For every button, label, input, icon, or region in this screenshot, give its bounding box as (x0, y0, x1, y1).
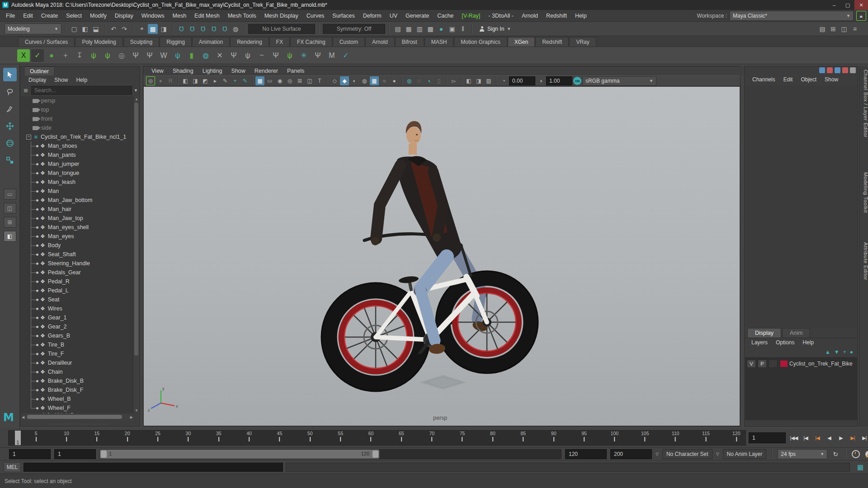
shelf-tab-redshift[interactable]: Redshift (535, 37, 569, 47)
workspace-select[interactable]: Maya Classic* ▼ (730, 11, 854, 21)
outliner-item-man_eyes[interactable]: ❖Man_eyes (21, 232, 134, 241)
pane-left-icon[interactable]: ◧ (464, 76, 473, 85)
menu-deform[interactable]: Deform (359, 10, 386, 21)
layer-move-up-icon[interactable]: ▲ (825, 349, 830, 355)
shelf-tab-custom[interactable]: Custom (333, 37, 365, 47)
outliner-menu-help[interactable]: Help (72, 77, 91, 83)
outliner-item-chain[interactable]: ❖Chain (21, 367, 134, 376)
viewport-menu-shading[interactable]: Shading (168, 68, 198, 74)
channel-box-menu-edit[interactable]: Edit (779, 76, 797, 83)
outliner-item-brake_disk_f[interactable]: ❖Brake_Disk_F (21, 385, 134, 394)
make-live-icon[interactable]: ◍ (231, 24, 241, 34)
pane-right-icon[interactable]: ◨ (474, 76, 483, 85)
four-pane-layout[interactable]: ⊞ (4, 217, 16, 228)
wireframe-icon[interactable]: ◇ (330, 76, 339, 85)
select-camera-icon[interactable]: ◧ (181, 76, 190, 85)
exposure-icon[interactable]: ◔ (499, 76, 508, 85)
safe-title-icon[interactable]: ◫ (305, 76, 314, 85)
xgen-region-brush-icon[interactable]: ▮ (185, 49, 198, 62)
viewport-menu-renderer[interactable]: Renderer (250, 68, 283, 74)
fps-select[interactable]: 24 fps ▼ (778, 449, 827, 459)
undo-icon[interactable]: ↶ (108, 24, 118, 34)
open-scene-icon[interactable]: ◧ (80, 24, 90, 34)
scrollbar-thumb[interactable] (27, 415, 122, 419)
contrast-icon[interactable]: ◑ (536, 76, 545, 85)
channel-speed-icon[interactable] (819, 67, 825, 73)
multisample-icon[interactable]: ◖ (425, 76, 434, 85)
outliner-item-group[interactable]: –✳Cyclist_on_Trek_Fat_Bike_ncl1_1 (21, 132, 134, 141)
hotbox-controls-icon[interactable]: ≡ (850, 24, 860, 34)
outliner-item-tire_b[interactable]: ❖Tire_B (21, 340, 134, 349)
grease-pencil-icon[interactable]: ✎ (221, 76, 230, 85)
menu-cache[interactable]: Cache (433, 10, 458, 21)
xgen-update-preview-icon[interactable]: ✓ (31, 49, 44, 62)
shelf-tab-rigging[interactable]: Rigging (160, 37, 192, 47)
shadows-icon[interactable]: ● (390, 76, 399, 85)
workspace-lock-icon[interactable]: 🔒︎ (856, 11, 866, 21)
scroll-left-icon[interactable]: ◀ (22, 415, 24, 419)
xgen-sculpt-layer-icon[interactable]: ✳ (297, 49, 310, 62)
shelf-tab-poly-modeling[interactable]: Poly Modeling (75, 37, 123, 47)
outliner-item-gear_1[interactable]: ❖Gear_1 (21, 313, 134, 322)
anim-layer-selector[interactable]: No Anim Layer (723, 449, 767, 459)
menu-mesh-display[interactable]: Mesh Display (260, 10, 302, 21)
use-all-lights-icon[interactable]: ◍ (360, 76, 369, 85)
menu-mesh-tools[interactable]: Mesh Tools (224, 10, 260, 21)
ipr-render-icon[interactable]: ▥ (415, 24, 425, 34)
paint-select-tool[interactable] (3, 102, 17, 116)
range-slider-track[interactable]: 1 120 (99, 449, 561, 459)
go-to-playback-start-button[interactable]: |◀◀ (788, 432, 799, 443)
move-tool[interactable] (3, 119, 17, 133)
outliner-item-derailleur[interactable]: ❖Derailleur (21, 358, 134, 367)
shelf-tab-rendering[interactable]: Rendering (230, 37, 269, 47)
channel-settings-icon[interactable] (850, 67, 856, 73)
shaded-icon[interactable]: ◆ (340, 76, 349, 85)
maximize-button[interactable]: ▢ (841, 0, 854, 10)
xgen-smooth-brush-icon[interactable]: Ψ (227, 49, 240, 62)
menu-edit-mesh[interactable]: Edit Mesh (190, 10, 224, 21)
snap-to-point-icon[interactable]: ℧ (198, 24, 208, 34)
minimize-button[interactable]: – (827, 0, 841, 10)
viewport-canvas[interactable]: y x z persp (144, 87, 740, 426)
xgen-wave-brush-icon[interactable]: ~ (255, 49, 268, 62)
outliner-item-wheel_b[interactable]: ❖Wheel_B (21, 394, 134, 404)
current-frame-marker[interactable]: 1 (15, 431, 21, 445)
viewport-menu-lighting[interactable]: Lighting (198, 68, 227, 74)
snap-to-grid-icon[interactable]: ℧ (176, 24, 186, 34)
outliner-item-gear_2[interactable]: ❖Gear_2 (21, 322, 134, 331)
layer-menu-layers[interactable]: Layers (747, 339, 772, 346)
panel-resize-handle[interactable]: ............................. (20, 421, 140, 425)
gate-mask-icon[interactable]: ◎ (146, 76, 155, 85)
xgen-comb-icon[interactable]: Ψ (129, 49, 142, 62)
viewport-menu-show[interactable]: Show (227, 68, 250, 74)
lasso-select-tool[interactable] (3, 85, 17, 99)
shelf-tab-sculpting[interactable]: Sculpting (123, 37, 159, 47)
side-tab-channel-box-layer-editor[interactable]: Channel Box / Layer Editor (859, 70, 868, 137)
layer-display-type-toggle[interactable]: · (769, 360, 778, 368)
outliner-item-man_tongue[interactable]: ❖Man_tongue (21, 169, 134, 178)
resolution-gate-icon[interactable]: ▭ (265, 76, 274, 85)
shelf-tab-mash[interactable]: MASH (425, 37, 454, 47)
gamma-field[interactable]: 1.00 (546, 76, 572, 85)
scroll-up-icon[interactable]: ▲ (135, 97, 138, 101)
heads-up-display-icon[interactable]: T (315, 76, 324, 85)
xgen-add-collection-icon[interactable]: + (59, 49, 72, 62)
redo-icon[interactable]: ↷ (119, 24, 129, 34)
current-frame-field[interactable]: 1 (749, 432, 786, 443)
xgen-groom-preset-icon[interactable]: ψ (101, 49, 114, 62)
xgen-guide-sculpt-icon[interactable]: Ψ (311, 49, 324, 62)
motion-blur-icon[interactable]: ◌ (415, 76, 424, 85)
outliner-item-gears_b[interactable]: ❖Gears_B (21, 331, 134, 340)
animation-end-field[interactable]: 200 (610, 449, 652, 459)
chevron-down-icon[interactable]: ▽ (716, 452, 719, 456)
film-gate-icon[interactable]: ▦ (255, 76, 264, 85)
outliner-item-top[interactable]: top (21, 105, 134, 114)
menu-surfaces[interactable]: Surfaces (328, 10, 359, 21)
menu-arnold[interactable]: Arnold (518, 10, 542, 21)
outliner-filter-icon[interactable]: ⊞ (22, 85, 29, 95)
snap-to-projected-center-icon[interactable]: ℧ (209, 24, 219, 34)
outliner-item-man_shoes[interactable]: ❖Man_shoes (21, 141, 134, 150)
range-end-handle[interactable] (373, 450, 378, 458)
layer-editor-tab-display[interactable]: Display (747, 328, 781, 338)
camera-lock-icon[interactable]: ● (156, 76, 165, 85)
